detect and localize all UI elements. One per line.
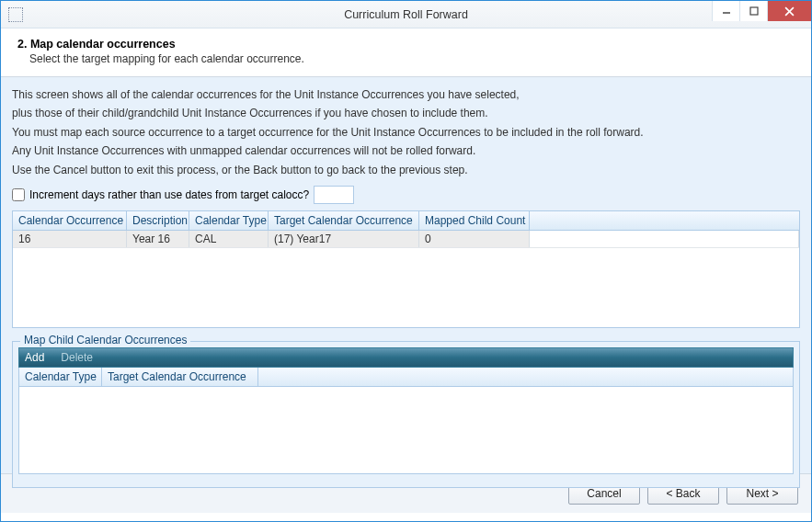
step-subtitle: Select the target mapping for each calen…: [29, 52, 795, 65]
cell-type: CAL: [189, 231, 269, 247]
info-line: This screen shows all of the calendar oc…: [12, 88, 800, 103]
table-row[interactable]: 16 Year 16 CAL (17) Year17 0: [13, 231, 799, 248]
cell-target: (17) Year17: [269, 231, 419, 247]
increment-row: Increment days rather than use dates fro…: [12, 186, 800, 204]
increment-label: Increment days rather than use dates fro…: [29, 188, 309, 201]
col-child-target[interactable]: Target Calendar Occurrence: [102, 368, 258, 386]
wizard-body: This screen shows all of the calendar oc…: [1, 77, 811, 474]
child-grid: Calendar Type Target Calendar Occurrence: [18, 368, 794, 474]
info-text: This screen shows all of the calendar oc…: [12, 88, 800, 178]
delete-button[interactable]: Delete: [61, 351, 93, 364]
info-line: plus those of their child/grandchild Uni…: [12, 107, 800, 121]
cell-occurrence: 16: [13, 231, 127, 247]
col-description[interactable]: Description: [127, 211, 189, 230]
col-spacer: [530, 211, 799, 230]
col-spacer: [258, 368, 793, 386]
svg-rect-1: [750, 7, 758, 15]
system-icon: [8, 7, 23, 22]
increment-checkbox[interactable]: [12, 188, 25, 201]
col-mapped-child-count[interactable]: Mapped Child Count: [419, 211, 530, 230]
close-button[interactable]: [767, 1, 811, 21]
child-section-legend: Map Child Calendar Occurrences: [20, 334, 190, 346]
cell-spacer: [530, 231, 799, 247]
child-toolbar: Add Delete: [18, 347, 794, 368]
minimize-button[interactable]: [712, 1, 739, 21]
cell-description: Year 16: [127, 231, 189, 247]
col-target-occurrence[interactable]: Target Calendar Occurrence: [269, 211, 419, 230]
window-title: Curriculum Roll Forward: [1, 8, 811, 21]
info-line: Any Unit Instance Occurrences with unmap…: [12, 144, 800, 159]
window-buttons: [712, 1, 811, 21]
child-grid-header: Calendar Type Target Calendar Occurrence: [19, 368, 793, 387]
grid-header-row: Calendar Occurrence Description Calendar…: [13, 211, 799, 231]
step-title: 2. Map calendar occurrences: [17, 38, 795, 51]
info-line: You must map each source occurrence to a…: [12, 126, 800, 141]
maximize-button[interactable]: [739, 1, 767, 21]
col-calendar-type[interactable]: Calendar Type: [189, 211, 269, 230]
wizard-header: 2. Map calendar occurrences Select the t…: [1, 28, 811, 77]
add-button[interactable]: Add: [25, 351, 44, 364]
cell-count: 0: [419, 231, 530, 247]
child-occurrences-section: Map Child Calendar Occurrences Add Delet…: [12, 341, 800, 488]
col-child-type[interactable]: Calendar Type: [19, 368, 102, 386]
col-calendar-occurrence[interactable]: Calendar Occurrence: [13, 211, 127, 230]
occurrences-grid: Calendar Occurrence Description Calendar…: [12, 210, 800, 328]
increment-days-input[interactable]: [314, 186, 354, 204]
info-line: Use the Cancel button to exit this proce…: [12, 164, 800, 178]
title-bar: Curriculum Roll Forward: [1, 1, 811, 28]
